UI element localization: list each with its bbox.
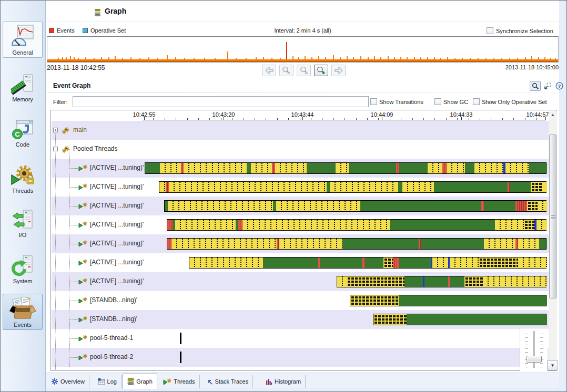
event-segment-r xyxy=(393,257,399,268)
restore-section-button[interactable] xyxy=(542,81,553,91)
scrollbar-up-arrow[interactable]: ▲ xyxy=(549,112,557,120)
event-bar[interactable] xyxy=(337,276,546,287)
event-segment-r xyxy=(442,163,447,173)
show-only-operative-set-checkbox[interactable] xyxy=(473,98,480,105)
sidebar-item-code[interactable]: CCode xyxy=(3,119,43,148)
event-bar[interactable] xyxy=(189,257,546,269)
threads-icon xyxy=(11,164,35,187)
thread-label[interactable]: [ACTIVE] ...tuning)' xyxy=(90,183,144,190)
thread-icon xyxy=(78,354,88,360)
help-button[interactable]: ? xyxy=(554,81,565,91)
event-bar[interactable] xyxy=(350,295,546,306)
event-segment-r xyxy=(167,239,171,249)
event-segment-y xyxy=(505,163,529,173)
thread-row-pool-5-thread-2: pool-5-thread-2 xyxy=(52,348,549,367)
axis-major-tick xyxy=(302,117,303,120)
event-segment-y xyxy=(242,220,390,230)
event-bar[interactable] xyxy=(373,314,546,325)
show-gc-checkbox[interactable] xyxy=(434,98,441,105)
sidebar-item-label: General xyxy=(12,49,33,56)
axis-major-tick xyxy=(382,117,382,120)
overview-timeline-chart[interactable] xyxy=(47,36,559,63)
thread-icon xyxy=(78,221,88,228)
reset-zoom-icon xyxy=(299,66,309,75)
thread-row-pool-5-thread-1: pool-5-thread-1 xyxy=(52,329,549,348)
event-bar[interactable] xyxy=(167,219,546,231)
thread-label[interactable]: pool-5-thread-1 xyxy=(90,334,133,342)
event-segment-y xyxy=(159,182,166,192)
event-segment-y xyxy=(402,182,434,192)
tab-overview[interactable]: Overview xyxy=(47,375,89,388)
tree-root-line xyxy=(55,130,56,371)
show-transitions-checkbox[interactable] xyxy=(370,98,377,105)
tab-stack-traces[interactable]: Stack Traces xyxy=(202,375,254,388)
tree-connector xyxy=(69,168,78,169)
event-bar[interactable] xyxy=(167,238,546,250)
thread-label[interactable]: [ACTIVE] ...tuning)' xyxy=(90,259,144,266)
tab-stack-icon xyxy=(206,378,213,385)
axis-major-tick xyxy=(224,117,224,120)
zoom-options-button[interactable]: ▼ xyxy=(547,360,558,370)
tab-graph[interactable]: Graph xyxy=(123,374,157,389)
thread-label[interactable]: [STANDB...ning)' xyxy=(90,315,137,323)
event-segment-g xyxy=(510,182,531,192)
scrollbar-thumb[interactable] xyxy=(549,135,556,298)
axis-major-tick xyxy=(545,117,546,120)
restore-arrow-icon xyxy=(544,82,551,89)
event-bar[interactable] xyxy=(159,181,546,193)
event-tick[interactable] xyxy=(180,352,181,363)
zoom-in-button[interactable] xyxy=(314,65,328,76)
group-label[interactable]: main xyxy=(73,126,87,133)
event-bar[interactable] xyxy=(145,162,546,174)
tab-log[interactable]: Log xyxy=(93,375,122,388)
sidebar-item-memory[interactable]: Memory xyxy=(3,74,43,102)
thread-label[interactable]: [ACTIVE] ...tuning)' xyxy=(90,277,144,285)
system-icon xyxy=(12,255,34,277)
event-segment-y xyxy=(518,239,539,249)
checkbox-label: Show GC xyxy=(443,99,468,105)
tab-histogram[interactable]: Histogram xyxy=(261,375,306,388)
event-segment-y xyxy=(428,163,442,173)
zoom-slider-handle[interactable] xyxy=(526,356,542,363)
event-segment-r xyxy=(167,220,173,230)
event-bar[interactable] xyxy=(164,200,546,212)
thread-icon xyxy=(78,278,88,285)
event-tick[interactable] xyxy=(180,333,181,344)
zoom-in-icon xyxy=(317,66,326,75)
event-segment-y xyxy=(175,220,236,230)
filter-input[interactable] xyxy=(73,96,369,107)
event-segment-g xyxy=(424,276,448,287)
zoom-mode-button[interactable] xyxy=(530,81,541,91)
thread-label[interactable]: [STANDB...ning)' xyxy=(90,296,137,304)
tab-log-icon xyxy=(97,378,105,385)
event-segment-grid xyxy=(524,220,534,230)
sidebar-item-i-o[interactable]: I/O xyxy=(3,210,43,238)
event-segment-g xyxy=(399,257,431,268)
event-segment-grid xyxy=(479,257,518,268)
thread-icon xyxy=(78,335,88,342)
synchronize-selection-checkbox[interactable] xyxy=(487,27,493,34)
header-divider xyxy=(47,22,559,22)
vertical-scrollbar[interactable]: ▲ xyxy=(549,111,557,360)
thread-label[interactable]: [ACTIVE] ...tuning)' xyxy=(90,221,144,228)
sidebar-item-events[interactable]: Events xyxy=(3,294,43,330)
back-button xyxy=(262,65,276,76)
thread-label[interactable]: [ACTIVE] ...tuning)' xyxy=(90,202,144,209)
event-graph-title: Event Graph xyxy=(53,82,90,89)
event-segment-g xyxy=(360,201,481,211)
event-segment-y xyxy=(432,257,448,268)
event-segment-y xyxy=(275,163,307,173)
memory-icon xyxy=(11,74,34,95)
tab-threads[interactable]: Threads xyxy=(159,375,199,388)
event-segment-grid xyxy=(347,276,404,287)
sidebar-item-threads[interactable]: Threads xyxy=(3,164,43,194)
thread-label[interactable]: pool-5-thread-2 xyxy=(90,353,133,360)
sidebar-item-general[interactable]: General xyxy=(3,22,43,58)
thread-label[interactable]: [ACTIVE] ...tuning)' xyxy=(90,240,144,247)
sidebar-item-system[interactable]: System xyxy=(3,255,43,284)
axis-major-tick xyxy=(461,117,462,120)
sidebar-item-label: Code xyxy=(16,141,29,148)
thread-label[interactable]: [ACTIVE] ...tuning)' xyxy=(90,164,144,171)
group-label[interactable]: Pooled Threads xyxy=(73,145,118,152)
event-segment-g xyxy=(539,239,547,249)
